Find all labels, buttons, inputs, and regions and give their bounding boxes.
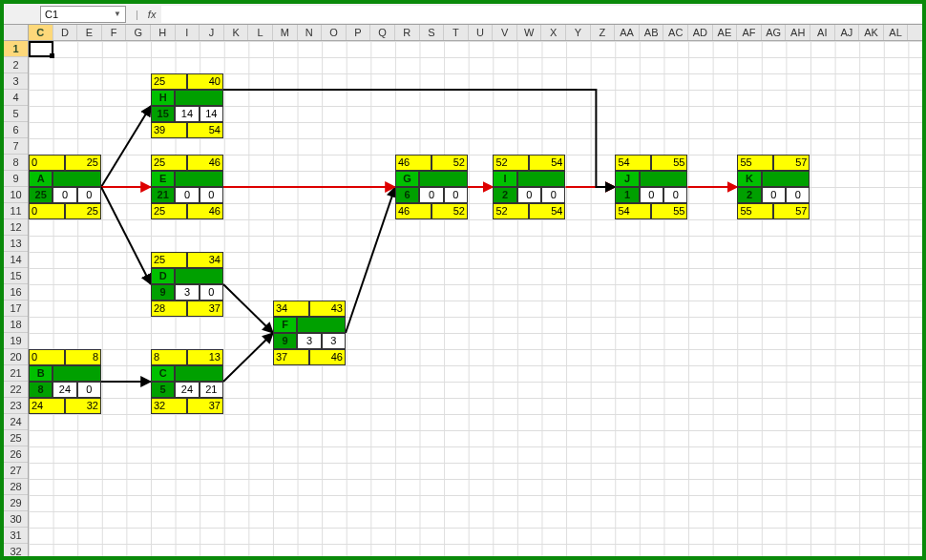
cell[interactable]: 34: [273, 301, 309, 317]
cell[interactable]: [53, 365, 101, 382]
cell[interactable]: 2: [737, 187, 761, 203]
cell[interactable]: 32: [151, 398, 187, 414]
cell[interactable]: 0: [29, 203, 65, 219]
cell[interactable]: 24: [175, 382, 199, 398]
col-header-M[interactable]: M: [273, 25, 298, 40]
row-header-23[interactable]: 23: [4, 398, 28, 414]
cell[interactable]: 54: [615, 203, 651, 219]
col-header-AE[interactable]: AE: [713, 25, 738, 40]
col-header-J[interactable]: J: [200, 25, 224, 40]
cell[interactable]: 8: [65, 349, 101, 365]
cell[interactable]: 57: [773, 203, 810, 219]
cell[interactable]: 5: [151, 382, 175, 398]
cell[interactable]: 8: [151, 349, 187, 365]
cell[interactable]: 0: [541, 187, 565, 203]
cell[interactable]: 0: [29, 349, 65, 365]
cell[interactable]: 0: [29, 155, 65, 171]
cell[interactable]: 0: [53, 187, 76, 203]
col-header-AL[interactable]: AL: [884, 25, 909, 40]
col-header-Q[interactable]: Q: [370, 25, 395, 40]
col-header-T[interactable]: T: [444, 25, 469, 40]
row-header-8[interactable]: 8: [4, 155, 28, 171]
row-header-12[interactable]: 12: [4, 219, 28, 236]
col-header-S[interactable]: S: [420, 25, 445, 40]
cell[interactable]: 46: [395, 203, 431, 219]
row-header-26[interactable]: 26: [4, 446, 28, 463]
row-header-9[interactable]: 9: [4, 171, 28, 187]
cell[interactable]: J: [615, 171, 639, 187]
cell[interactable]: [419, 171, 468, 187]
cell[interactable]: 46: [187, 155, 223, 171]
cell[interactable]: H: [151, 90, 175, 106]
row-header-22[interactable]: 22: [4, 382, 28, 398]
cell[interactable]: [517, 171, 566, 187]
cell[interactable]: 21: [200, 382, 223, 398]
cell[interactable]: 46: [395, 155, 431, 171]
cell[interactable]: 25: [151, 73, 187, 90]
cell[interactable]: 0: [200, 187, 223, 203]
cell[interactable]: 9: [151, 284, 175, 301]
cell[interactable]: C: [151, 365, 175, 382]
active-cell[interactable]: [29, 41, 53, 57]
cell[interactable]: B: [29, 365, 53, 382]
cell[interactable]: 0: [77, 187, 101, 203]
row-header-24[interactable]: 24: [4, 414, 28, 430]
row-header-19[interactable]: 19: [4, 333, 28, 349]
cell[interactable]: 52: [431, 203, 468, 219]
row-header-20[interactable]: 20: [4, 349, 28, 365]
cell[interactable]: 54: [529, 155, 565, 171]
row-header-2[interactable]: 2: [4, 57, 28, 73]
row-header-3[interactable]: 3: [4, 73, 28, 90]
row-header-10[interactable]: 10: [4, 187, 28, 203]
cell[interactable]: 3: [175, 284, 199, 301]
col-header-AC[interactable]: AC: [663, 25, 688, 40]
cell[interactable]: 25: [65, 155, 101, 171]
col-header-AH[interactable]: AH: [786, 25, 810, 40]
row-header-17[interactable]: 17: [4, 301, 28, 317]
cell[interactable]: 57: [773, 155, 810, 171]
cell[interactable]: 54: [187, 122, 223, 138]
cell[interactable]: 14: [200, 106, 223, 122]
cell[interactable]: [762, 171, 810, 187]
cell[interactable]: 8: [29, 382, 53, 398]
col-header-AI[interactable]: AI: [810, 25, 835, 40]
col-header-W[interactable]: W: [517, 25, 542, 40]
row-header-18[interactable]: 18: [4, 317, 28, 333]
name-box[interactable]: C1 ▼: [40, 6, 126, 23]
cell[interactable]: 52: [493, 155, 529, 171]
cell[interactable]: D: [151, 268, 175, 284]
col-header-Z[interactable]: Z: [591, 25, 616, 40]
col-header-F[interactable]: F: [102, 25, 127, 40]
col-header-AD[interactable]: AD: [688, 25, 713, 40]
cell[interactable]: 28: [151, 301, 187, 317]
cell[interactable]: 55: [651, 203, 687, 219]
row-header-30[interactable]: 30: [4, 511, 28, 528]
cell[interactable]: 43: [309, 301, 346, 317]
cell[interactable]: [175, 365, 223, 382]
row-header-11[interactable]: 11: [4, 203, 28, 219]
cell[interactable]: 25: [65, 203, 101, 219]
cell[interactable]: F: [273, 317, 297, 333]
col-header-E[interactable]: E: [77, 25, 102, 40]
col-header-P[interactable]: P: [347, 25, 371, 40]
row-header-25[interactable]: 25: [4, 430, 28, 446]
col-header-AA[interactable]: AA: [615, 25, 640, 40]
row-header-21[interactable]: 21: [4, 365, 28, 382]
cell[interactable]: [640, 171, 688, 187]
cell[interactable]: 55: [737, 155, 773, 171]
select-all-corner[interactable]: [4, 25, 29, 41]
cell[interactable]: [175, 90, 223, 106]
col-header-N[interactable]: N: [298, 25, 323, 40]
cell[interactable]: 37: [187, 301, 223, 317]
cell[interactable]: K: [737, 171, 761, 187]
cell[interactable]: [53, 171, 101, 187]
row-header-5[interactable]: 5: [4, 106, 28, 122]
col-header-I[interactable]: I: [176, 25, 200, 40]
cell[interactable]: 21: [151, 187, 175, 203]
col-header-H[interactable]: H: [151, 25, 176, 40]
cell[interactable]: 0: [640, 187, 663, 203]
cell[interactable]: 0: [762, 187, 786, 203]
col-header-AB[interactable]: AB: [640, 25, 664, 40]
cell[interactable]: 54: [529, 203, 565, 219]
cell[interactable]: 0: [663, 187, 687, 203]
